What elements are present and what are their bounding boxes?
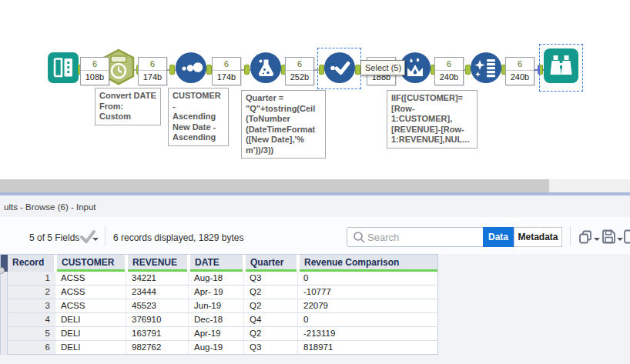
cell-comparison[interactable]: 818971 xyxy=(299,341,437,354)
formula-flask-icon xyxy=(250,72,281,85)
results-panel-title: ults - Browse (6) - Input xyxy=(4,202,96,212)
search-icon xyxy=(353,231,366,247)
new-window-icon[interactable] xyxy=(624,229,630,248)
sparkle-grid-icon xyxy=(471,72,501,85)
cell-quarter[interactable]: Q2 xyxy=(245,327,298,340)
data-cleansing-tool[interactable] xyxy=(471,52,501,83)
cell-revenue[interactable]: 45523 xyxy=(127,299,189,312)
column-header-customer[interactable]: CUSTOMER xyxy=(57,255,126,272)
cell-customer[interactable]: DELI xyxy=(56,313,126,326)
data-size: 252b xyxy=(286,71,313,84)
cell-date[interactable]: Aug-19 xyxy=(189,341,244,354)
cell-record[interactable]: 2 xyxy=(8,286,55,299)
input-anchor xyxy=(244,65,250,75)
cell-date[interactable]: Apr-19 xyxy=(189,327,244,340)
input-anchor xyxy=(538,65,543,75)
cell-date[interactable]: Aug-18 xyxy=(189,272,244,285)
toolbar-separator xyxy=(570,226,571,246)
copy-dropdown-caret-icon[interactable] xyxy=(594,238,600,241)
canvas-hscrollbar-thumb[interactable] xyxy=(0,179,549,192)
input-data-tool[interactable] xyxy=(48,52,79,83)
input-data-icon xyxy=(48,72,79,85)
cell-quarter[interactable]: Q2 xyxy=(245,299,298,312)
cell-quarter[interactable]: Q3 xyxy=(245,341,298,354)
column-header-date[interactable]: DATE xyxy=(190,255,244,272)
cell-revenue[interactable]: 982762 xyxy=(127,341,189,354)
cell-comparison[interactable]: 0 xyxy=(299,313,437,326)
output-anchor xyxy=(206,65,212,75)
tool-tooltip: Select (5) xyxy=(360,60,405,75)
table-row: 1 ACSS 34221 Aug-18 Q3 0 xyxy=(8,272,438,286)
select-tool[interactable] xyxy=(324,52,355,83)
cell-date[interactable]: Jun-19 xyxy=(189,299,244,312)
tool-annotation-multi-row-formula[interactable]: IIF([CUSTOMER]= [Row- 1:CUSTOMER], [REVE… xyxy=(387,90,478,149)
cell-customer[interactable]: DELI xyxy=(56,341,126,354)
sort-icon xyxy=(176,72,206,85)
record-count: 6 xyxy=(213,58,240,71)
cell-record[interactable]: 4 xyxy=(8,313,55,326)
select-checkmark-icon xyxy=(324,72,355,85)
grid-row-gutter xyxy=(1,272,8,355)
record-count: 6 xyxy=(286,58,313,71)
browse-binoculars-icon xyxy=(544,72,578,85)
column-header-quarter[interactable]: Quarter xyxy=(246,255,298,272)
results-grid: Record CUSTOMER REVENUE DATE Quarter Rev… xyxy=(0,254,438,355)
connection-progress-label: 6 252b xyxy=(285,57,314,85)
workflow-canvas[interactable]: 6 108b 6 174b xyxy=(0,0,630,179)
cell-comparison[interactable]: -213119 xyxy=(299,327,437,340)
save-icon[interactable] xyxy=(601,229,617,248)
tool-annotation-formula[interactable]: Quarter = "Q"+tostring(Ceil (ToNumber (D… xyxy=(241,90,326,159)
data-size: 174b xyxy=(213,71,240,84)
cell-customer[interactable]: ACSS xyxy=(56,272,126,285)
cell-customer[interactable]: ACSS xyxy=(56,286,126,299)
tab-metadata[interactable]: Metadata xyxy=(514,227,562,247)
toolbar-separator xyxy=(105,226,106,246)
table-row: 5 DELI 163791 Apr-19 Q2 -213119 xyxy=(8,327,438,341)
results-panel: ults - Browse (6) - Input 5 of 5 Fields … xyxy=(0,195,630,364)
cell-revenue[interactable]: 163791 xyxy=(127,327,189,340)
data-size: 240b xyxy=(435,71,463,84)
cell-record[interactable]: 5 xyxy=(8,327,55,340)
input-anchor xyxy=(169,65,175,75)
apply-checkmark-icon xyxy=(79,229,96,248)
cell-customer[interactable]: ACSS xyxy=(56,299,126,312)
sort-tool[interactable] xyxy=(176,52,206,83)
cell-quarter[interactable]: Q2 xyxy=(245,286,298,299)
fields-summary-dropdown[interactable]: 5 of 5 Fields xyxy=(29,232,79,243)
cell-customer[interactable]: DELI xyxy=(56,327,126,340)
cell-record[interactable]: 1 xyxy=(8,272,55,285)
browse-tool[interactable] xyxy=(544,48,578,83)
connection-progress-label: 6 174b xyxy=(138,57,167,85)
cell-revenue[interactable]: 23444 xyxy=(127,286,189,299)
cell-quarter[interactable]: Q4 xyxy=(245,313,298,326)
cell-date[interactable]: Apr- 19 xyxy=(189,286,244,299)
column-header-revenue-comparison[interactable]: Revenue Comparison xyxy=(300,255,437,272)
connection-progress-label: 6 240b xyxy=(434,57,464,85)
cell-date[interactable]: Dec-18 xyxy=(189,313,244,326)
cell-comparison[interactable]: 0 xyxy=(299,272,437,285)
column-header-revenue[interactable]: REVENUE xyxy=(128,255,189,272)
tab-data[interactable]: Data xyxy=(483,227,514,247)
cell-revenue[interactable]: 34221 xyxy=(127,272,189,285)
copy-icon[interactable] xyxy=(578,229,593,248)
formula-tool[interactable] xyxy=(250,52,281,83)
cell-record[interactable]: 6 xyxy=(8,341,55,354)
input-anchor xyxy=(319,65,324,75)
connection-progress-label: 6 240b xyxy=(505,57,534,85)
cell-record[interactable]: 3 xyxy=(8,299,55,312)
results-toolbar: 5 of 5 Fields 6 records displayed, 1829 … xyxy=(0,217,630,254)
cell-revenue[interactable]: 376910 xyxy=(127,313,189,326)
record-count: 6 xyxy=(435,58,463,71)
cell-quarter[interactable]: Q3 xyxy=(245,272,298,285)
tool-annotation-sort[interactable]: CUSTOMER - Ascending New Date - Ascendin… xyxy=(168,88,229,146)
save-dropdown-caret-icon[interactable] xyxy=(617,238,623,241)
cell-comparison[interactable]: 22079 xyxy=(299,299,437,312)
cell-comparison[interactable]: -10777 xyxy=(299,286,437,299)
canvas-hscrollbar[interactable] xyxy=(0,179,630,192)
record-count: 6 xyxy=(139,58,166,71)
connection-progress-label: 6 108b xyxy=(80,57,109,85)
tool-annotation-datetime[interactable]: Convert DATE From: Custom xyxy=(95,88,161,125)
table-row: 6 DELI 982762 Aug-19 Q3 818971 xyxy=(8,341,438,355)
alteryx-designer-screen: 6 108b 6 174b xyxy=(0,0,630,364)
column-header-record[interactable]: Record xyxy=(8,255,55,272)
